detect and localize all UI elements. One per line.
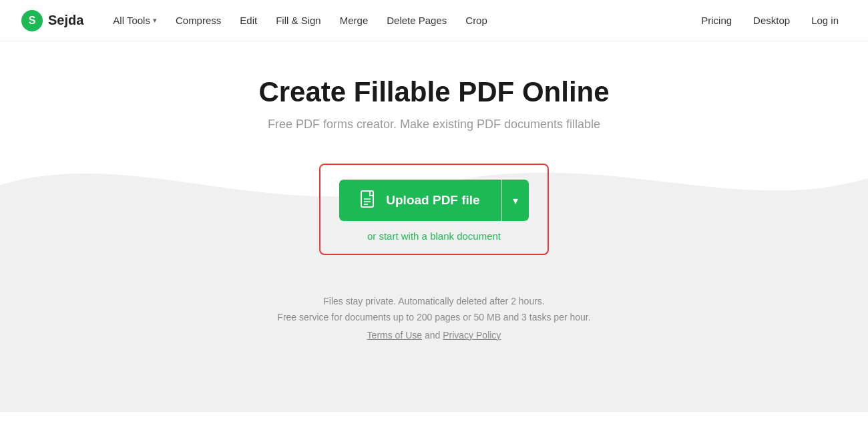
nav-right: Pricing Desktop Log in	[693, 9, 847, 31]
upload-pdf-button[interactable]: Upload PDF file	[339, 180, 501, 221]
chevron-down-icon: ▾	[153, 16, 157, 25]
upload-box: Upload PDF file ▾ or start with a blank …	[319, 164, 548, 255]
page-title: Create Fillable PDF Online	[258, 76, 609, 108]
nav-item-merge[interactable]: Merge	[332, 9, 377, 31]
nav-item-desktop[interactable]: Desktop	[745, 9, 798, 31]
nav-item-delete-pages[interactable]: Delete Pages	[379, 9, 455, 31]
nav-item-compress[interactable]: Compress	[168, 9, 229, 31]
upload-dropdown-button[interactable]: ▾	[502, 180, 529, 221]
info-links: Terms of Use and Privacy Policy	[277, 330, 590, 341]
pdf-file-icon	[361, 190, 378, 210]
info-line1: Files stay private. Automatically delete…	[277, 294, 590, 310]
info-section: Files stay private. Automatically delete…	[277, 294, 590, 354]
upload-area: Upload PDF file ▾ or start with a blank …	[287, 138, 580, 275]
wave-container: Upload PDF file ▾ or start with a blank …	[0, 132, 868, 354]
nav-item-login[interactable]: Log in	[803, 9, 847, 31]
brand-name: Sejda	[48, 13, 83, 28]
main-content: Create Fillable PDF Online Free PDF form…	[0, 41, 868, 354]
upload-btn-wrapper: Upload PDF file ▾	[339, 180, 528, 221]
logo-icon: S	[21, 10, 43, 31]
nav-item-fill-sign[interactable]: Fill & Sign	[268, 9, 329, 31]
nav-item-pricing[interactable]: Pricing	[693, 9, 740, 31]
dropdown-chevron-icon: ▾	[513, 194, 518, 207]
nav-left: All Tools ▾ Compress Edit Fill & Sign Me…	[105, 9, 693, 31]
info-and-text: and	[425, 330, 443, 341]
nav-item-crop[interactable]: Crop	[457, 9, 495, 31]
info-line2: Free service for documents up to 200 pag…	[277, 310, 590, 326]
privacy-policy-link[interactable]: Privacy Policy	[443, 330, 501, 341]
nav-item-edit[interactable]: Edit	[232, 9, 265, 31]
blank-document-link[interactable]: or start with a blank document	[367, 230, 501, 242]
terms-of-use-link[interactable]: Terms of Use	[367, 330, 422, 341]
page-subtitle: Free PDF forms creator. Make existing PD…	[268, 118, 600, 132]
nav-item-all-tools[interactable]: All Tools ▾	[105, 9, 165, 31]
navbar: S Sejda All Tools ▾ Compress Edit Fill &…	[0, 0, 868, 41]
logo-link[interactable]: S Sejda	[21, 10, 83, 31]
